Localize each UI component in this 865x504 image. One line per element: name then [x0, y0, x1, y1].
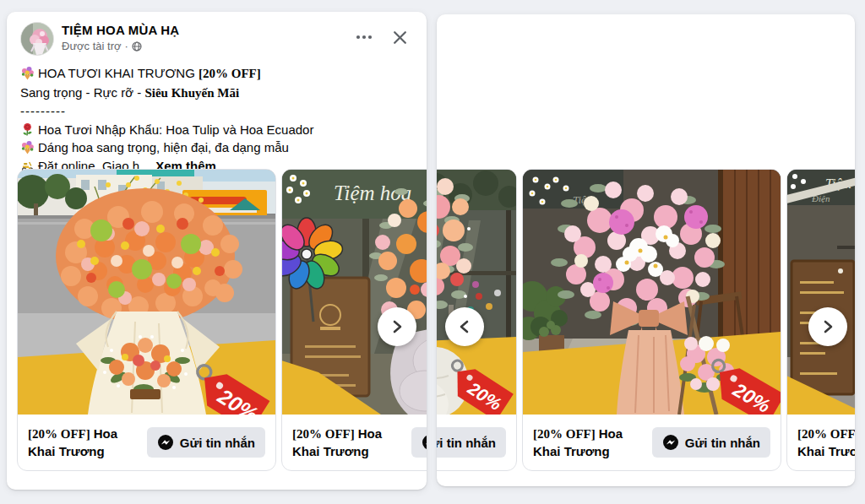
chevron-right-icon	[389, 318, 405, 335]
messenger-icon	[157, 434, 174, 451]
ad-post-card-continued: 20% [20% OFF]Hoa Khai Trương Gửi tin nhắ…	[437, 14, 855, 486]
bouquet-emoji	[20, 66, 35, 80]
ad-post-card: TIỆM HOA MÙA HẠ Được tài trợ ·	[7, 12, 427, 490]
carousel-left: 20% [20% OFF]Hoa Khai Trương Gửi tin nhắ…	[7, 169, 427, 471]
send-message-button[interactable]: Gửi tin nhắn	[652, 427, 770, 458]
send-message-button[interactable]: Gửi tin nhắn	[147, 427, 265, 458]
carousel-right: 20% [20% OFF]Hoa Khai Trương Gửi tin nhắ…	[437, 169, 855, 471]
post-menu-button[interactable]	[354, 27, 374, 47]
avatar-image	[21, 23, 54, 56]
carousel-image-pinwheel-shop[interactable]: Tiệm hoa MÙA Điện	[282, 170, 427, 415]
close-icon	[391, 29, 409, 46]
carousel-prev-button[interactable]	[445, 307, 484, 346]
carousel-caption: [20% OFF]Hoa Khai Trương	[28, 425, 147, 460]
carousel-next-button[interactable]	[378, 307, 416, 346]
sponsored-label: Được tài trợ ·	[62, 40, 354, 52]
carousel-caption: [20% OFF]Hoa Khai Trương	[533, 425, 652, 460]
chevron-left-icon	[456, 318, 473, 335]
bouquet-emoji	[20, 140, 35, 154]
messenger-icon	[662, 434, 679, 451]
rose-emoji	[20, 122, 35, 137]
page-avatar[interactable]	[20, 22, 54, 56]
post-text: HOA TƯƠI KHAI TRƯƠNG [20% OFF] Sang trọn…	[7, 56, 427, 175]
close-ad-button[interactable]	[389, 27, 410, 47]
send-message-button[interactable]: Gửi tin nhắn	[437, 427, 506, 458]
globe-icon	[132, 41, 142, 51]
messenger-icon	[422, 434, 427, 451]
page-name[interactable]: TIỆM HOA MÙA HẠ	[62, 23, 354, 37]
carousel-card[interactable]: 20% [20% OFF]Hoa Khai Trương Gửi tin nhắ…	[17, 169, 276, 471]
carousel-next-button[interactable]	[808, 307, 847, 346]
carousel-image-street-bouquet[interactable]: 20%	[18, 170, 275, 415]
carousel-caption: [20% OFF]Hoa Khai Trương	[292, 425, 411, 460]
carousel-caption: [20% OFF]Hoa Khai Trương	[797, 425, 855, 460]
carousel-image-storefront-orange[interactable]: Tiệm Điện	[787, 170, 855, 415]
chevron-right-icon	[819, 318, 836, 335]
carousel-image-pink-arrangement[interactable]: Tiệm	[523, 170, 781, 415]
carousel-image-shop-window[interactable]: 20%	[437, 170, 516, 415]
send-message-button[interactable]: Gửi tin nhắn	[411, 427, 427, 458]
ellipsis-icon	[355, 28, 373, 46]
post-header: TIỆM HOA MÙA HẠ Được tài trợ ·	[7, 12, 427, 56]
carousel-card[interactable]: Tiệm	[522, 169, 781, 471]
